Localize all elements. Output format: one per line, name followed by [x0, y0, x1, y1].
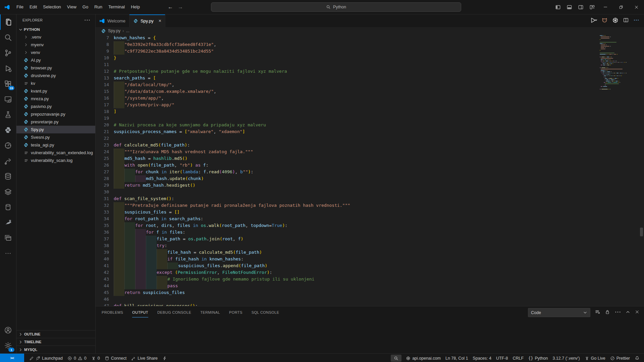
tree-item-ai-py[interactable]: AI.py [16, 56, 95, 64]
activity-jupyter[interactable] [0, 138, 16, 153]
action-split-editor[interactable] [623, 17, 629, 24]
status-encoding[interactable]: UTF-8 [494, 354, 510, 362]
tree-item-vulnerability-scan-log[interactable]: vulnerability_scan.log [16, 157, 95, 164]
menu-terminal[interactable]: Terminal [105, 3, 128, 11]
tree-item-kv[interactable]: kv [16, 79, 95, 87]
menu-run[interactable]: Run [91, 3, 105, 11]
code-line-44[interactable]: 44pass [96, 283, 610, 289]
activity-extensions[interactable]: 15 [0, 76, 16, 92]
customize-layout-button[interactable] [586, 0, 598, 14]
status-launchpad[interactable]: Launchpad [27, 354, 65, 362]
menu-help[interactable]: Help [128, 3, 143, 11]
code-line-21[interactable]: 21suspicious_process_names = ["xmalware"… [96, 128, 610, 135]
code-editor[interactable]: 7known_hashes = {8"0e3392e2f0a33cdbfcf3a… [96, 35, 644, 306]
activity-explorer[interactable] [0, 14, 16, 30]
code-line-34[interactable]: 34for root_path in search_paths: [96, 216, 610, 222]
code-line-40[interactable]: 40if file_hash in known_hashes: [96, 256, 610, 262]
code-line-37[interactable]: 37file_path = os.path.join(root, f) [96, 236, 610, 242]
status-sql-connect[interactable]: Connect [102, 354, 129, 362]
activity-testing[interactable] [0, 107, 16, 122]
code-line-14[interactable]: 14"/data/local/tmp/", [96, 81, 610, 88]
close-button[interactable] [629, 0, 644, 14]
status-cursor-position[interactable]: Ln 78, Col 1 [443, 354, 470, 362]
code-line-15[interactable]: 15"/data/data/com.example.xmalware/", [96, 88, 610, 95]
breadcrumb-rest[interactable]: ... [126, 28, 129, 33]
status-live-share-status[interactable]: Live Share [129, 354, 160, 362]
toggle-secondary-sidebar-button[interactable] [575, 0, 586, 14]
tree-item-tesla-agi-py[interactable]: tesla_agi.py [16, 141, 95, 149]
minimize-button[interactable] [598, 0, 613, 14]
output-channel-select[interactable]: Code [528, 308, 590, 317]
code-line-20[interactable]: 20# Nazivi procesa za koje sumnjamo da p… [96, 122, 610, 128]
panel-action-panel-more[interactable] [614, 309, 621, 317]
code-line-7[interactable]: 7known_hashes = { [96, 35, 610, 41]
code-line-26[interactable]: 26with open(file_path, "rb") as f: [96, 162, 610, 169]
tree-item-browser-py[interactable]: browser.py [16, 64, 95, 72]
panel-action-lock-scroll[interactable] [605, 309, 610, 316]
menu-view[interactable]: View [64, 3, 79, 11]
activity-source-control[interactable] [0, 45, 16, 61]
action-run-python-file[interactable] [590, 17, 597, 25]
status-search-toggle[interactable] [391, 355, 401, 362]
panel-action-close-panel[interactable] [635, 309, 640, 316]
back-icon[interactable]: ← [168, 4, 173, 10]
status-interpreter[interactable]: 3.12.7 ('.venv') [550, 354, 582, 362]
code-line-16[interactable]: 16"/system/app/", [96, 95, 610, 102]
breadcrumb[interactable]: Spy.py › ... [96, 27, 644, 35]
panel-action-maximize-panel[interactable] [626, 310, 630, 316]
activity-mysql[interactable] [0, 215, 16, 230]
status-openai-endpoint[interactable]: api.openai.com [404, 354, 443, 362]
code-line-43[interactable]: 43# Ignorišemo fajlove gde nemamo pristu… [96, 276, 610, 283]
code-line-8[interactable]: 8"0e3392e2f0a33cdbfcf3a6eed8f4371e", [96, 41, 610, 48]
tree-item-vulnerability-scan-extended-log[interactable]: vulnerability_scan_extended.log [16, 149, 95, 157]
tab-spy-py[interactable]: Spy.py× [129, 14, 165, 27]
action-codegpt[interactable] [601, 17, 608, 25]
menu-file[interactable]: File [13, 3, 26, 11]
activity-run-debug[interactable] [0, 61, 16, 76]
status-remote[interactable]: >< [0, 354, 24, 362]
code-line-46[interactable]: 46 [96, 296, 610, 303]
activity-python[interactable] [0, 122, 16, 138]
activity-layers-view[interactable] [0, 184, 16, 199]
code-line-31[interactable]: 31def scan_file_system(): [96, 195, 610, 202]
panel-action-clear-output[interactable] [595, 309, 600, 316]
action-openai[interactable] [612, 17, 619, 25]
code-line-19[interactable]: 19 [96, 115, 610, 122]
code-line-41[interactable]: 41suspicious_files.append(file_path) [96, 262, 610, 269]
status-problems[interactable]: 00 [65, 354, 89, 362]
section-timeline[interactable]: TIMELINE [16, 338, 95, 346]
code-line-9[interactable]: 9"c9f729622ec38a8434d534851bc24d55" [96, 48, 610, 55]
code-line-30[interactable]: 30 [96, 189, 610, 195]
status-go-live[interactable]: Go Live [582, 354, 608, 362]
code-line-28[interactable]: 28md5_hash.update(chunk) [96, 175, 610, 182]
tree-item-venv[interactable]: venv [16, 49, 95, 56]
status-eol[interactable]: CRLF [510, 354, 526, 362]
panel-tab-sql-console[interactable]: SQL CONSOLE [252, 310, 279, 314]
tree-item-spy-py[interactable]: Spy.py [16, 126, 95, 133]
panel-tab-terminal[interactable]: TERMINAL [200, 310, 220, 314]
editor-scrollbar[interactable] [640, 228, 643, 236]
status-thunder[interactable] [160, 354, 169, 362]
toggle-primary-sidebar-button[interactable] [552, 0, 564, 14]
status-indentation[interactable]: Spaces: 4 [470, 354, 494, 362]
tree-item-kvant-py[interactable]: kvant.py [16, 87, 95, 95]
code-line-42[interactable]: 42except (PermissionError, FileNotFoundE… [96, 269, 610, 276]
tree-root-python[interactable]: PYTHON [16, 26, 95, 33]
code-line-11[interactable]: 11 [96, 61, 610, 68]
toggle-panel-button[interactable] [564, 0, 575, 14]
code-line-38[interactable]: 38try: [96, 242, 610, 249]
status-prettier[interactable]: Prettier [608, 354, 632, 362]
activity-live-share[interactable] [0, 153, 16, 169]
code-line-12[interactable]: 12# Pretpostavljene putanje gde se mogu … [96, 68, 610, 75]
code-line-36[interactable]: 36for f in files: [96, 229, 610, 236]
tree-item-pasivno-py[interactable]: pasivno.py [16, 103, 95, 110]
minimap[interactable] [600, 35, 627, 90]
tree-item-drustvene-py[interactable]: drustvene.py [16, 72, 95, 79]
menu-go[interactable]: Go [79, 3, 91, 11]
activity-sqltools[interactable] [0, 169, 16, 184]
code-line-35[interactable]: 35for root, dirs, files in os.walk(root_… [96, 222, 610, 229]
restore-button[interactable] [613, 0, 629, 14]
activity-manage[interactable]: 1 [0, 338, 16, 353]
section-outline[interactable]: OUTLINE [16, 330, 95, 338]
status-notifications[interactable] [632, 354, 642, 362]
